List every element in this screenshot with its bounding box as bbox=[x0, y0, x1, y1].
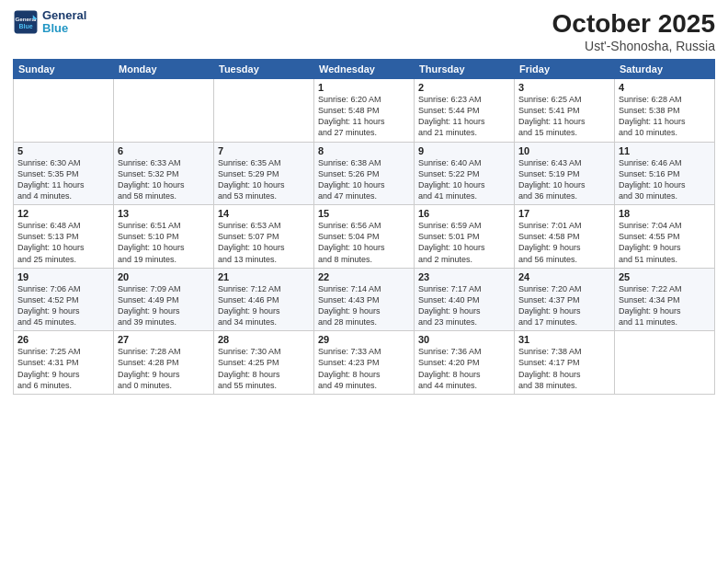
calendar-cell: 15Sunrise: 6:56 AM Sunset: 5:04 PM Dayli… bbox=[314, 205, 415, 269]
calendar-cell: 16Sunrise: 6:59 AM Sunset: 5:01 PM Dayli… bbox=[415, 205, 515, 269]
day-info: Sunrise: 6:25 AM Sunset: 5:41 PM Dayligh… bbox=[518, 94, 610, 139]
day-info: Sunrise: 6:48 AM Sunset: 5:13 PM Dayligh… bbox=[17, 220, 109, 265]
day-number: 19 bbox=[17, 271, 109, 282]
day-info: Sunrise: 7:09 AM Sunset: 4:49 PM Dayligh… bbox=[118, 283, 210, 328]
day-number: 3 bbox=[518, 82, 610, 93]
week-row-4: 26Sunrise: 7:25 AM Sunset: 4:31 PM Dayli… bbox=[14, 331, 715, 395]
calendar-cell: 19Sunrise: 7:06 AM Sunset: 4:52 PM Dayli… bbox=[14, 268, 114, 331]
day-number: 22 bbox=[318, 271, 410, 282]
day-number: 6 bbox=[118, 145, 210, 156]
calendar-cell: 29Sunrise: 7:33 AM Sunset: 4:23 PM Dayli… bbox=[314, 331, 415, 395]
calendar-cell: 31Sunrise: 7:38 AM Sunset: 4:17 PM Dayli… bbox=[515, 331, 615, 395]
calendar-cell bbox=[615, 331, 715, 395]
day-info: Sunrise: 6:35 AM Sunset: 5:29 PM Dayligh… bbox=[218, 157, 310, 202]
calendar-cell: 30Sunrise: 7:36 AM Sunset: 4:20 PM Dayli… bbox=[415, 331, 515, 395]
calendar-cell: 10Sunrise: 6:43 AM Sunset: 5:19 PM Dayli… bbox=[515, 142, 615, 205]
calendar-cell: 12Sunrise: 6:48 AM Sunset: 5:13 PM Dayli… bbox=[14, 205, 114, 269]
day-info: Sunrise: 6:38 AM Sunset: 5:26 PM Dayligh… bbox=[318, 157, 410, 202]
day-info: Sunrise: 6:56 AM Sunset: 5:04 PM Dayligh… bbox=[318, 220, 410, 265]
calendar-cell: 27Sunrise: 7:28 AM Sunset: 4:28 PM Dayli… bbox=[114, 331, 214, 395]
location-title: Ust'-Shonosha, Russia bbox=[552, 39, 715, 53]
day-info: Sunrise: 7:38 AM Sunset: 4:17 PM Dayligh… bbox=[518, 346, 610, 391]
calendar-cell: 3Sunrise: 6:25 AM Sunset: 5:41 PM Daylig… bbox=[515, 79, 615, 143]
day-number: 28 bbox=[218, 334, 310, 345]
week-row-2: 12Sunrise: 6:48 AM Sunset: 5:13 PM Dayli… bbox=[14, 205, 715, 269]
day-info: Sunrise: 6:53 AM Sunset: 5:07 PM Dayligh… bbox=[218, 220, 310, 265]
day-info: Sunrise: 6:43 AM Sunset: 5:19 PM Dayligh… bbox=[518, 157, 610, 202]
calendar-cell: 4Sunrise: 6:28 AM Sunset: 5:38 PM Daylig… bbox=[615, 79, 715, 143]
weekday-header-wednesday: Wednesday bbox=[314, 60, 415, 79]
day-number: 20 bbox=[118, 271, 210, 282]
day-number: 15 bbox=[318, 208, 410, 219]
day-info: Sunrise: 7:17 AM Sunset: 4:40 PM Dayligh… bbox=[418, 283, 510, 328]
day-number: 31 bbox=[518, 334, 610, 345]
day-info: Sunrise: 7:33 AM Sunset: 4:23 PM Dayligh… bbox=[318, 346, 410, 391]
day-number: 2 bbox=[418, 82, 510, 93]
calendar-cell: 18Sunrise: 7:04 AM Sunset: 4:55 PM Dayli… bbox=[615, 205, 715, 269]
calendar-cell: 22Sunrise: 7:14 AM Sunset: 4:43 PM Dayli… bbox=[314, 268, 415, 331]
calendar-cell: 24Sunrise: 7:20 AM Sunset: 4:37 PM Dayli… bbox=[515, 268, 615, 331]
day-number: 7 bbox=[218, 145, 310, 156]
day-info: Sunrise: 6:40 AM Sunset: 5:22 PM Dayligh… bbox=[418, 157, 510, 202]
weekday-header-friday: Friday bbox=[515, 60, 615, 79]
header: General Blue General Blue October 2025 U… bbox=[13, 9, 715, 53]
calendar-cell: 2Sunrise: 6:23 AM Sunset: 5:44 PM Daylig… bbox=[415, 79, 515, 143]
logo: General Blue General Blue bbox=[13, 9, 86, 36]
day-number: 23 bbox=[418, 271, 510, 282]
calendar-cell: 21Sunrise: 7:12 AM Sunset: 4:46 PM Dayli… bbox=[214, 268, 314, 331]
calendar-cell: 20Sunrise: 7:09 AM Sunset: 4:49 PM Dayli… bbox=[114, 268, 214, 331]
svg-text:Blue: Blue bbox=[18, 23, 32, 29]
day-number: 24 bbox=[518, 271, 610, 282]
day-number: 18 bbox=[619, 208, 711, 219]
day-info: Sunrise: 6:23 AM Sunset: 5:44 PM Dayligh… bbox=[418, 94, 510, 139]
day-info: Sunrise: 6:51 AM Sunset: 5:10 PM Dayligh… bbox=[118, 220, 210, 265]
day-number: 10 bbox=[518, 145, 610, 156]
day-number: 16 bbox=[418, 208, 510, 219]
logo-icon: General Blue bbox=[13, 9, 39, 35]
weekday-header-tuesday: Tuesday bbox=[214, 60, 314, 79]
day-number: 4 bbox=[619, 82, 711, 93]
day-info: Sunrise: 6:20 AM Sunset: 5:48 PM Dayligh… bbox=[318, 94, 410, 139]
calendar-cell: 26Sunrise: 7:25 AM Sunset: 4:31 PM Dayli… bbox=[14, 331, 114, 395]
calendar-cell bbox=[214, 79, 314, 143]
day-number: 9 bbox=[418, 145, 510, 156]
week-row-1: 5Sunrise: 6:30 AM Sunset: 5:35 PM Daylig… bbox=[14, 142, 715, 205]
day-info: Sunrise: 6:46 AM Sunset: 5:16 PM Dayligh… bbox=[619, 157, 711, 202]
day-number: 8 bbox=[318, 145, 410, 156]
day-info: Sunrise: 7:01 AM Sunset: 4:58 PM Dayligh… bbox=[518, 220, 610, 265]
day-info: Sunrise: 7:12 AM Sunset: 4:46 PM Dayligh… bbox=[218, 283, 310, 328]
day-number: 12 bbox=[17, 208, 109, 219]
calendar-cell: 11Sunrise: 6:46 AM Sunset: 5:16 PM Dayli… bbox=[615, 142, 715, 205]
day-info: Sunrise: 7:20 AM Sunset: 4:37 PM Dayligh… bbox=[518, 283, 610, 328]
day-info: Sunrise: 7:30 AM Sunset: 4:25 PM Dayligh… bbox=[218, 346, 310, 391]
day-info: Sunrise: 6:33 AM Sunset: 5:32 PM Dayligh… bbox=[118, 157, 210, 202]
weekday-header-saturday: Saturday bbox=[615, 60, 715, 79]
calendar-cell: 6Sunrise: 6:33 AM Sunset: 5:32 PM Daylig… bbox=[114, 142, 214, 205]
calendar-cell: 7Sunrise: 6:35 AM Sunset: 5:29 PM Daylig… bbox=[214, 142, 314, 205]
day-info: Sunrise: 7:14 AM Sunset: 4:43 PM Dayligh… bbox=[318, 283, 410, 328]
calendar-cell bbox=[114, 79, 214, 143]
calendar-cell bbox=[14, 79, 114, 143]
calendar-cell: 13Sunrise: 6:51 AM Sunset: 5:10 PM Dayli… bbox=[114, 205, 214, 269]
weekday-header-row: SundayMondayTuesdayWednesdayThursdayFrid… bbox=[14, 60, 715, 79]
calendar-cell: 25Sunrise: 7:22 AM Sunset: 4:34 PM Dayli… bbox=[615, 268, 715, 331]
day-number: 17 bbox=[518, 208, 610, 219]
day-number: 14 bbox=[218, 208, 310, 219]
day-info: Sunrise: 7:25 AM Sunset: 4:31 PM Dayligh… bbox=[17, 346, 109, 391]
day-info: Sunrise: 7:06 AM Sunset: 4:52 PM Dayligh… bbox=[17, 283, 109, 328]
weekday-header-thursday: Thursday bbox=[415, 60, 515, 79]
day-info: Sunrise: 7:36 AM Sunset: 4:20 PM Dayligh… bbox=[418, 346, 510, 391]
week-row-0: 1Sunrise: 6:20 AM Sunset: 5:48 PM Daylig… bbox=[14, 79, 715, 143]
calendar-table: SundayMondayTuesdayWednesdayThursdayFrid… bbox=[13, 59, 715, 395]
day-info: Sunrise: 6:30 AM Sunset: 5:35 PM Dayligh… bbox=[17, 157, 109, 202]
weekday-header-sunday: Sunday bbox=[14, 60, 114, 79]
day-number: 5 bbox=[17, 145, 109, 156]
day-number: 26 bbox=[17, 334, 109, 345]
logo-text-general: General bbox=[42, 9, 86, 22]
day-info: Sunrise: 6:59 AM Sunset: 5:01 PM Dayligh… bbox=[418, 220, 510, 265]
logo-text-blue: Blue bbox=[42, 22, 86, 35]
day-number: 30 bbox=[418, 334, 510, 345]
day-info: Sunrise: 6:28 AM Sunset: 5:38 PM Dayligh… bbox=[619, 94, 711, 139]
day-info: Sunrise: 7:22 AM Sunset: 4:34 PM Dayligh… bbox=[619, 283, 711, 328]
day-number: 29 bbox=[318, 334, 410, 345]
